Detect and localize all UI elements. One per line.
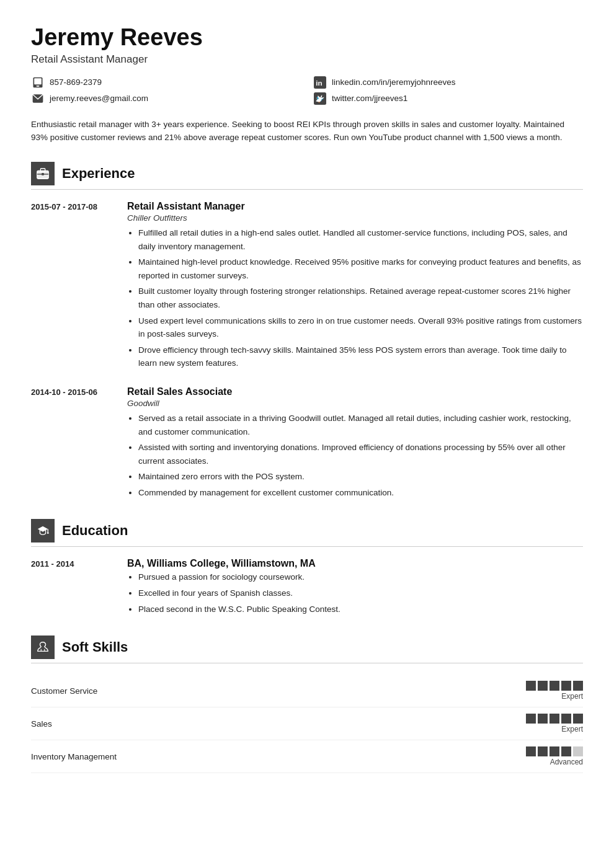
svg-rect-2 bbox=[37, 86, 40, 87]
email-icon bbox=[31, 92, 45, 105]
education-divider bbox=[31, 546, 583, 547]
skill-3-dots bbox=[526, 746, 583, 756]
dot bbox=[573, 714, 583, 724]
job-2-date: 2014-10 - 2015-06 bbox=[31, 386, 127, 502]
skill-2-name: Sales bbox=[31, 719, 52, 728]
job-1-bullets: Fulfilled all retail duties in a high-en… bbox=[127, 226, 583, 370]
list-item: Maintained high-level product knowledge.… bbox=[138, 255, 583, 282]
list-item: Excelled in four years of Spanish classe… bbox=[138, 587, 583, 600]
dot bbox=[561, 746, 571, 756]
skill-customer-service: Customer Service Expert bbox=[31, 675, 583, 707]
skill-3-name: Inventory Management bbox=[31, 752, 117, 761]
experience-divider bbox=[31, 189, 583, 190]
list-item: Built customer loyalty through fostering… bbox=[138, 285, 583, 311]
education-header: Education bbox=[31, 519, 583, 542]
edu-1-degree: BA, Williams College, Williamstown, MA bbox=[127, 558, 583, 569]
svg-point-14 bbox=[47, 533, 49, 534]
linkedin-icon: in bbox=[313, 76, 327, 89]
list-item: Pursued a passion for sociology coursewo… bbox=[138, 570, 583, 584]
twitter-value: twitter.com/jjreeves1 bbox=[332, 94, 407, 103]
soft-skills-header: Soft Skills bbox=[31, 636, 583, 659]
dot bbox=[549, 746, 559, 756]
candidate-name: Jeremy Reeves bbox=[31, 25, 583, 51]
edu-1: 2011 - 2014 BA, Williams College, Willia… bbox=[31, 558, 583, 618]
skill-3-level: Advanced bbox=[550, 758, 583, 766]
skill-sales: Sales Expert bbox=[31, 707, 583, 740]
job-2-company: Goodwill bbox=[127, 399, 583, 408]
skills-list: Customer Service Expert Sales bbox=[31, 675, 583, 773]
dot bbox=[538, 714, 548, 724]
skill-inventory: Inventory Management Advanced bbox=[31, 740, 583, 773]
phone-icon bbox=[31, 76, 45, 89]
skill-2-level: Expert bbox=[561, 725, 583, 733]
list-item: Maintained zero errors with the POS syst… bbox=[138, 470, 583, 484]
list-item: Commended by management for excellent cu… bbox=[138, 486, 583, 500]
email-value: jeremy.reeves@gmail.com bbox=[50, 94, 148, 103]
soft-skills-title: Soft Skills bbox=[62, 639, 128, 655]
dot bbox=[561, 681, 571, 691]
job-2-bullets: Served as a retail associate in a thrivi… bbox=[127, 412, 583, 500]
job-1-company: Chiller Outfitters bbox=[127, 213, 583, 223]
dot bbox=[538, 746, 548, 756]
phone-value: 857-869-2379 bbox=[50, 78, 102, 87]
dot bbox=[561, 714, 571, 724]
soft-skills-divider bbox=[31, 663, 583, 663]
skill-3-rating: Advanced bbox=[526, 746, 583, 766]
linkedin-contact: in linkedin.com/in/jeremyjohnreeves bbox=[313, 76, 583, 89]
edu-1-bullets: Pursued a passion for sociology coursewo… bbox=[127, 570, 583, 616]
job-1-content: Retail Assistant Manager Chiller Outfitt… bbox=[127, 201, 583, 373]
job-2: 2014-10 - 2015-06 Retail Sales Associate… bbox=[31, 386, 583, 502]
phone-contact: 857-869-2379 bbox=[31, 76, 301, 89]
dot bbox=[549, 681, 559, 691]
education-section: Education 2011 - 2014 BA, Williams Colle… bbox=[31, 519, 583, 618]
svg-text:in: in bbox=[316, 79, 322, 87]
contact-grid: 857-869-2379 in linkedin.com/in/jeremyjo… bbox=[31, 76, 583, 105]
dot bbox=[538, 681, 548, 691]
svg-rect-12 bbox=[42, 173, 44, 175]
edu-1-content: BA, Williams College, Williamstown, MA P… bbox=[127, 558, 583, 618]
skill-2-rating: Expert bbox=[526, 714, 583, 733]
list-item: Placed second in the W.S.C. Public Speak… bbox=[138, 603, 583, 616]
job-1-title: Retail Assistant Manager bbox=[127, 201, 583, 212]
summary-text: Enthusiastic retail manager with 3+ year… bbox=[31, 118, 583, 144]
dot bbox=[526, 681, 536, 691]
job-1: 2015-07 - 2017-08 Retail Assistant Manag… bbox=[31, 201, 583, 373]
skill-1-dots bbox=[526, 681, 583, 691]
email-contact: jeremy.reeves@gmail.com bbox=[31, 92, 301, 105]
soft-skills-section: Soft Skills Customer Service Expert Sale… bbox=[31, 636, 583, 773]
soft-skills-icon-box bbox=[31, 636, 55, 659]
list-item: Used expert level communications skills … bbox=[138, 314, 583, 341]
dot bbox=[526, 746, 536, 756]
dot-empty bbox=[573, 746, 583, 756]
skill-1-name: Customer Service bbox=[31, 686, 97, 696]
list-item: Served as a retail associate in a thrivi… bbox=[138, 412, 583, 438]
education-icon-box bbox=[31, 519, 55, 542]
job-2-content: Retail Sales Associate Goodwill Served a… bbox=[127, 386, 583, 502]
education-title: Education bbox=[62, 523, 128, 539]
experience-section: Experience 2015-07 - 2017-08 Retail Assi… bbox=[31, 162, 583, 502]
linkedin-value: linkedin.com/in/jeremyjohnreeves bbox=[332, 78, 456, 87]
twitter-contact: 🐦 twitter.com/jjreeves1 bbox=[313, 92, 583, 105]
dot bbox=[573, 681, 583, 691]
experience-title: Experience bbox=[62, 166, 135, 182]
svg-rect-1 bbox=[34, 78, 42, 84]
job-1-date: 2015-07 - 2017-08 bbox=[31, 201, 127, 373]
edu-1-date: 2011 - 2014 bbox=[31, 558, 127, 618]
skill-1-level: Expert bbox=[561, 692, 583, 701]
list-item: Assisted with sorting and inventorying d… bbox=[138, 441, 583, 467]
experience-header: Experience bbox=[31, 162, 583, 185]
candidate-title: Retail Assistant Manager bbox=[31, 53, 583, 66]
dot bbox=[526, 714, 536, 724]
list-item: Drove efficiency through tech-savvy skil… bbox=[138, 343, 583, 370]
skill-2-dots bbox=[526, 714, 583, 724]
dot bbox=[549, 714, 559, 724]
job-2-title: Retail Sales Associate bbox=[127, 386, 583, 397]
twitter-icon: 🐦 bbox=[313, 92, 327, 105]
list-item: Fulfilled all retail duties in a high-en… bbox=[138, 226, 583, 253]
skill-1-rating: Expert bbox=[526, 681, 583, 701]
experience-icon-box bbox=[31, 162, 55, 185]
